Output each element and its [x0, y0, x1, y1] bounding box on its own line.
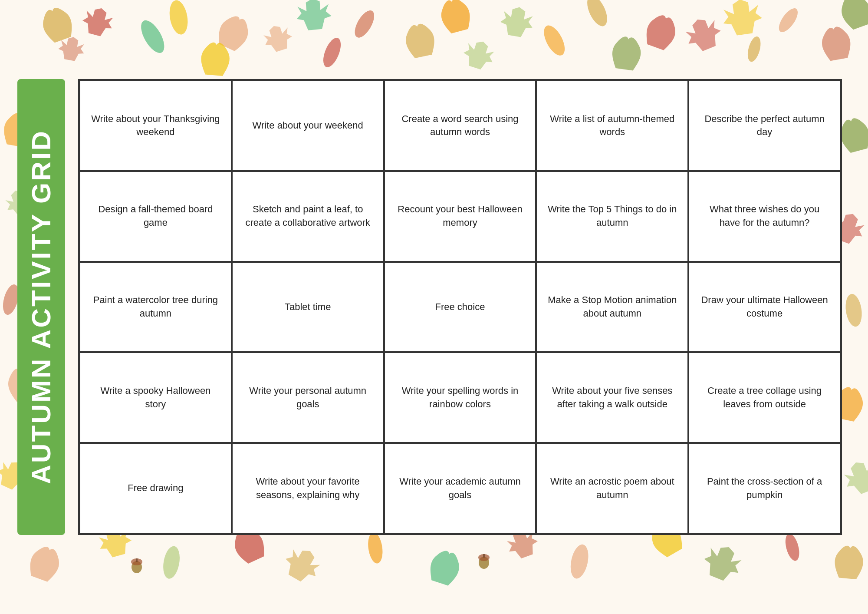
grid-cell-17: Write your personal autumn goals [232, 352, 384, 443]
grid-cell-13: Free choice [384, 262, 536, 353]
grid-cell-6: Design a fall-themed board game [79, 171, 232, 262]
grid-cell-7: Sketch and paint a leaf, to create a col… [232, 171, 384, 262]
grid-cell-8: Recount your best Halloween memory [384, 171, 536, 262]
grid-cell-14: Make a Stop Motion animation about autum… [536, 262, 688, 353]
grid-cell-3: Create a word search using autumn words [384, 80, 536, 171]
grid-cell-5: Describe the perfect autumn day [688, 80, 841, 171]
grid-cell-11: Paint a watercolor tree during autumn [79, 262, 232, 353]
grid-cell-2: Write about your weekend [232, 80, 384, 171]
activity-grid: Write about your Thanksgiving weekend Wr… [78, 79, 842, 535]
grid-cell-20: Create a tree collage using leaves from … [688, 352, 841, 443]
grid-cell-23: Write your academic autumn goals [384, 443, 536, 534]
grid-cell-21: Free drawing [79, 443, 232, 534]
grid-cell-16: Write a spooky Halloween story [79, 352, 232, 443]
grid-cell-18: Write your spelling words in rainbow col… [384, 352, 536, 443]
grid-cell-4: Write a list of autumn-themed words [536, 80, 688, 171]
grid-cell-24: Write an acrostic poem about autumn [536, 443, 688, 534]
grid-cell-15: Draw your ultimate Halloween costume [688, 262, 841, 353]
sidebar: AUTUMN ACTIVITY GRID [17, 79, 65, 535]
page-container: AUTUMN ACTIVITY GRID Write about your Th… [0, 0, 868, 614]
grid-cell-25: Paint the cross-section of a pumpkin [688, 443, 841, 534]
sidebar-title: AUTUMN ACTIVITY GRID [26, 129, 56, 484]
grid-cell-10: What three wishes do you have for the au… [688, 171, 841, 262]
grid-cell-12: Tablet time [232, 262, 384, 353]
grid-cell-9: Write the Top 5 Things to do in autumn [536, 171, 688, 262]
grid-cell-19: Write about your five senses after takin… [536, 352, 688, 443]
grid-cell-22: Write about your favorite seasons, expla… [232, 443, 384, 534]
grid-cell-1: Write about your Thanksgiving weekend [79, 80, 232, 171]
